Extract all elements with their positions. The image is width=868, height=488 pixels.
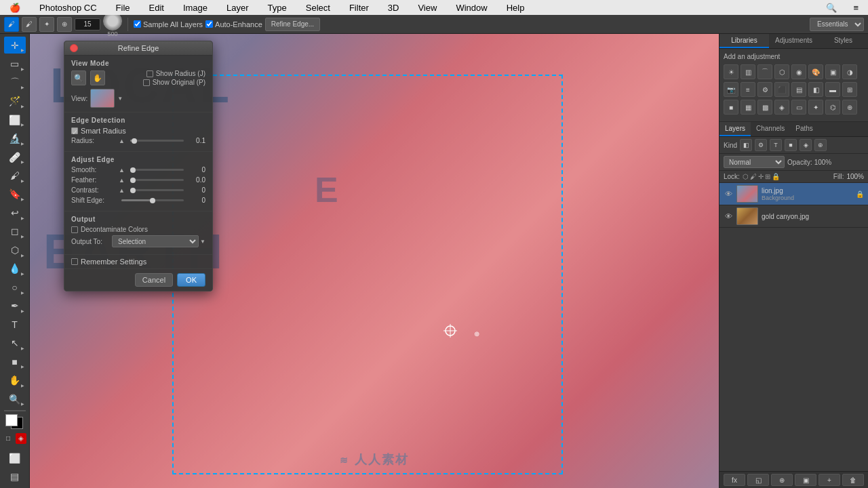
layer-group-btn[interactable]: ▣ — [795, 474, 816, 486]
lock-position-icon[interactable]: ✛ — [758, 173, 764, 180]
move-tool[interactable]: ✛▶ — [4, 37, 26, 54]
menu-filter[interactable]: Filter — [345, 1, 373, 14]
canvas-area[interactable]: LOCAL EARTH E ⊕ ≋ 人人素材 Refine Edge — [30, 34, 719, 488]
vibrance-adj[interactable]: ◉ — [791, 64, 806, 79]
menu-image[interactable]: Image — [179, 1, 212, 14]
layer-eye-lion[interactable]: 👁 — [724, 190, 733, 198]
menu-edit[interactable]: Edit — [145, 1, 168, 14]
text-tool[interactable]: T — [4, 316, 26, 333]
menu-layer[interactable]: Layer — [222, 1, 253, 14]
color-lookup-adj[interactable]: ⚙ — [757, 82, 772, 97]
lasso-tool[interactable]: ⌒▶ — [4, 74, 26, 91]
decontaminate-checkbox[interactable] — [71, 226, 78, 233]
pattern-fill-adj[interactable]: ▩ — [757, 100, 772, 115]
filter-adjustment-icon[interactable]: ⚙ — [755, 139, 767, 151]
brush-tool-btn[interactable]: 🖌 — [4, 17, 19, 32]
gradient-map-adj[interactable]: ▬ — [825, 82, 840, 97]
shift-edge-slider[interactable] — [121, 199, 184, 201]
frame-mode[interactable]: ▤ — [4, 468, 26, 485]
menu-3d[interactable]: 3D — [384, 1, 403, 14]
filter-shape-icon[interactable]: ■ — [785, 139, 797, 151]
smart-radius-checkbox[interactable]: ✓ — [71, 127, 78, 134]
fill-value[interactable]: 100% — [846, 173, 864, 180]
show-original-checkbox[interactable] — [143, 79, 150, 86]
apple-menu[interactable]: 🍎 — [5, 1, 24, 14]
menu-photoshop[interactable]: Photoshop CC — [35, 1, 101, 14]
lock-artboard-icon[interactable]: ⊞ — [765, 173, 770, 180]
menu-help[interactable]: Help — [502, 1, 529, 14]
clone-stamp-tool[interactable]: 🔖▶ — [4, 186, 26, 203]
menu-icon[interactable]: ≡ — [849, 1, 863, 14]
change-screen-mode[interactable]: ⬜ — [4, 449, 26, 466]
clipping-mask-adj[interactable]: ⊕ — [842, 100, 857, 115]
crop-tool[interactable]: ⬜▶ — [4, 111, 26, 128]
view-thumbnail[interactable] — [90, 89, 115, 108]
curves-adj[interactable]: ⌒ — [757, 64, 772, 79]
menu-select[interactable]: Select — [302, 1, 334, 14]
filter-content-icon[interactable]: ⊕ — [814, 139, 827, 151]
eraser-tool[interactable]: ◻▶ — [4, 223, 26, 240]
exposure-adj[interactable]: ⬡ — [774, 64, 789, 79]
standard-mode[interactable]: □ — [3, 433, 14, 444]
layer-item-lion[interactable]: 👁 lion.jpg Background 🔒 — [719, 183, 868, 205]
marquee-tool[interactable]: ▭▶ — [4, 55, 26, 72]
feather-slider[interactable] — [130, 179, 184, 181]
menu-type[interactable]: Type — [264, 1, 291, 14]
blur-tool[interactable]: 💧▶ — [4, 260, 26, 277]
menu-window[interactable]: Window — [452, 1, 491, 14]
frame-adj[interactable]: ▭ — [791, 100, 806, 115]
zoom-tool-refine[interactable]: 🔍 — [71, 70, 86, 85]
filter-smart-icon[interactable]: ◈ — [800, 139, 812, 151]
brush-size-input[interactable] — [75, 18, 100, 30]
layer-item-gold[interactable]: 👁 gold canyon.jpg — [719, 205, 868, 228]
filter-pixel-icon[interactable]: ◧ — [740, 139, 752, 151]
auto-enhance-checkbox[interactable]: Auto-Enhance — [205, 20, 262, 28]
tab-paths[interactable]: Paths — [790, 122, 818, 136]
layer-delete-btn[interactable]: 🗑 — [842, 474, 864, 486]
search-icon[interactable]: 🔍 — [822, 1, 841, 14]
foreground-background-colors[interactable] — [5, 414, 24, 429]
lock-image-icon[interactable]: 🖌 — [750, 173, 757, 180]
output-to-select[interactable]: Selection — [112, 235, 199, 247]
color-balance-adj[interactable]: ▣ — [825, 64, 840, 79]
eyedropper-tool[interactable]: 🔬▶ — [4, 129, 26, 146]
menu-view[interactable]: View — [414, 1, 441, 14]
layer-add-btn[interactable]: + — [818, 474, 840, 486]
brush-option-2[interactable]: ✦ — [39, 17, 54, 32]
essentials-select[interactable]: Essentials — [810, 18, 864, 31]
tab-styles[interactable]: Styles — [818, 34, 868, 48]
remember-checkbox[interactable] — [71, 258, 78, 265]
vector-mask-adj[interactable]: ⌬ — [825, 100, 840, 115]
tab-adjustments[interactable]: Adjustments — [769, 34, 818, 48]
tab-layers[interactable]: Layers — [719, 122, 751, 136]
dodge-tool[interactable]: ○▶ — [4, 279, 26, 296]
layer-eye-gold[interactable]: 👁 — [724, 212, 733, 220]
tab-libraries[interactable]: Libraries — [719, 34, 769, 48]
tab-channels[interactable]: Channels — [751, 122, 790, 136]
brightness-contrast-adj[interactable]: ☀ — [724, 64, 738, 79]
hand-tool[interactable]: ✋▶ — [4, 371, 26, 388]
opacity-value[interactable]: 100% — [814, 159, 832, 166]
gradient-tool[interactable]: ⬡▶ — [4, 241, 26, 258]
threshold-adj[interactable]: ◧ — [808, 82, 823, 97]
lock-transparent-icon[interactable]: ⬡ — [743, 173, 749, 180]
lock-all-icon[interactable]: 🔒 — [772, 173, 780, 180]
sample-all-checkbox[interactable]: Sample All Layers — [134, 20, 203, 28]
content-aware-adj[interactable]: ✦ — [808, 100, 823, 115]
zoom-tool[interactable]: 🔍▶ — [4, 390, 26, 407]
view-dropdown-arrow[interactable]: ▼ — [117, 96, 123, 102]
shape-tool[interactable]: ■▶ — [4, 353, 26, 370]
hue-sat-adj[interactable]: 🎨 — [808, 64, 823, 79]
levels-adj[interactable]: ▥ — [741, 64, 755, 79]
photo-filter-adj[interactable]: 📷 — [724, 82, 738, 97]
pen-tool[interactable]: ✒▶ — [4, 298, 26, 314]
smooth-slider[interactable] — [130, 169, 184, 171]
hand-tool-refine[interactable]: ✋ — [90, 70, 105, 85]
selective-color-adj[interactable]: ⊞ — [842, 82, 857, 97]
quick-mask[interactable]: ◈ — [16, 433, 26, 444]
radius-slider[interactable] — [130, 140, 184, 142]
brush-option-1[interactable]: 🖌 — [22, 17, 37, 32]
gradient-fill-adj[interactable]: ▦ — [741, 100, 755, 115]
cancel-button[interactable]: Cancel — [135, 273, 173, 287]
path-selection-tool[interactable]: ↖▶ — [4, 335, 26, 352]
